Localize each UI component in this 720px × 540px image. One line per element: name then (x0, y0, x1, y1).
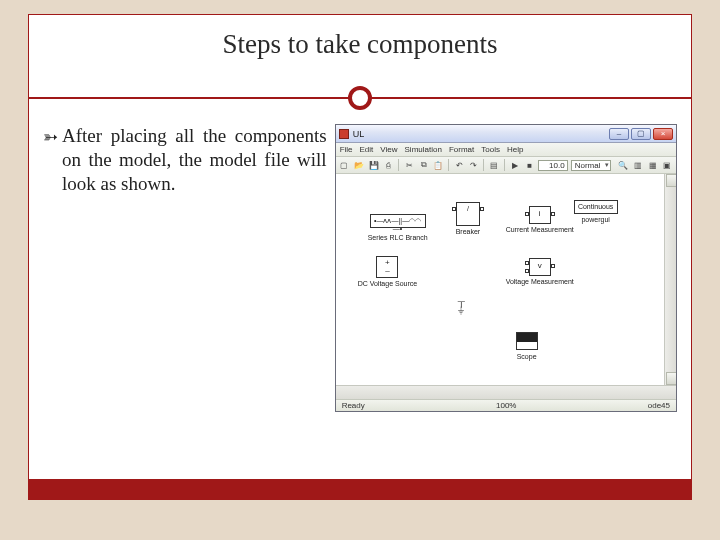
block-current-measurement[interactable]: i Current Measurement (506, 206, 574, 233)
copy-icon[interactable]: ⧉ (418, 159, 430, 171)
circle-icon (348, 86, 372, 110)
minimize-button[interactable]: – (609, 128, 629, 140)
cut-icon[interactable]: ✂ (403, 159, 415, 171)
scrollbar-vertical[interactable] (664, 174, 676, 385)
block-scope[interactable]: Scope (516, 332, 538, 360)
menu-tools[interactable]: Tools (481, 145, 500, 154)
undo-icon[interactable]: ↶ (453, 159, 465, 171)
model-browser-icon[interactable]: ▦ (647, 159, 659, 171)
simulink-window: UL – ▢ × File Edit View Simulation Forma… (335, 124, 677, 412)
model-canvas[interactable]: •—ᴧᴧ—||—◠◠—• Series RLC Branch / Breaker… (336, 174, 676, 399)
titlebar[interactable]: UL – ▢ × (336, 125, 676, 143)
footer-accent-bar (29, 479, 691, 499)
status-bar: Ready 100% ode45 (336, 399, 676, 411)
block-voltage-measurement[interactable]: v Voltage Measurement (506, 258, 574, 285)
paste-icon[interactable]: 📋 (433, 159, 445, 171)
separator-icon (398, 159, 399, 171)
separator-icon (504, 159, 505, 171)
block-icon[interactable]: ▤ (488, 159, 500, 171)
slide-frame: Steps to take components ➳ After placing… (28, 14, 692, 500)
block-series-rlc[interactable]: •—ᴧᴧ—||—◠◠—• Series RLC Branch (368, 214, 428, 241)
block-ground[interactable]: ┬⏚ (458, 298, 465, 314)
redo-icon[interactable]: ↷ (468, 159, 480, 171)
menu-simulation[interactable]: Simulation (405, 145, 442, 154)
block-label: powergui (574, 216, 618, 223)
menu-edit[interactable]: Edit (360, 145, 374, 154)
print-icon[interactable]: ⎙ (383, 159, 395, 171)
block-label: Scope (516, 353, 538, 360)
status-ready: Ready (342, 401, 365, 410)
screenshot-wrapper: UL – ▢ × File Edit View Simulation Forma… (335, 124, 677, 412)
block-powergui[interactable]: Continuous powergui (574, 200, 618, 223)
scrollbar-horizontal[interactable] (336, 385, 676, 399)
body-text-column: ➳ After placing all the components on th… (43, 124, 327, 412)
block-label: Voltage Measurement (506, 278, 574, 285)
status-zoom: 100% (496, 401, 516, 410)
separator-icon (448, 159, 449, 171)
window-title: UL (353, 129, 609, 139)
menu-help[interactable]: Help (507, 145, 523, 154)
menu-format[interactable]: Format (449, 145, 474, 154)
block-label: DC Voltage Source (358, 280, 418, 287)
title-divider (29, 86, 691, 110)
toolbar: ▢ 📂 💾 ⎙ ✂ ⧉ 📋 ↶ ↷ ▤ ▶ ■ 10.0 (336, 157, 676, 174)
bullet-icon: ➳ (43, 126, 58, 197)
open-icon[interactable]: 📂 (353, 159, 365, 171)
stop-icon[interactable]: ■ (524, 159, 536, 171)
block-dc-voltage-source[interactable]: +– DC Voltage Source (358, 256, 418, 287)
save-icon[interactable]: 💾 (368, 159, 380, 171)
block-inner-label: Continuous (574, 200, 618, 214)
block-label: Breaker (456, 228, 481, 235)
maximize-button[interactable]: ▢ (631, 128, 651, 140)
block-label: Series RLC Branch (368, 234, 428, 241)
block-breaker[interactable]: / Breaker (456, 202, 481, 235)
app-icon (339, 129, 349, 139)
zoom-icon[interactable]: 🔍 (617, 159, 629, 171)
slide-title: Steps to take components (29, 15, 691, 60)
menu-file[interactable]: File (340, 145, 353, 154)
bullet-text: After placing all the components on the … (62, 124, 327, 195)
library-icon[interactable]: ▥ (632, 159, 644, 171)
menu-view[interactable]: View (380, 145, 397, 154)
sim-mode-select[interactable]: Normal (571, 160, 612, 171)
sim-stop-time-field[interactable]: 10.0 (538, 160, 567, 171)
play-icon[interactable]: ▶ (509, 159, 521, 171)
status-solver: ode45 (648, 401, 670, 410)
close-button[interactable]: × (653, 128, 673, 140)
separator-icon (483, 159, 484, 171)
menubar[interactable]: File Edit View Simulation Format Tools H… (336, 143, 676, 157)
new-icon[interactable]: ▢ (339, 159, 351, 171)
block-label: Current Measurement (506, 226, 574, 233)
scope-icon[interactable]: ▣ (661, 159, 673, 171)
